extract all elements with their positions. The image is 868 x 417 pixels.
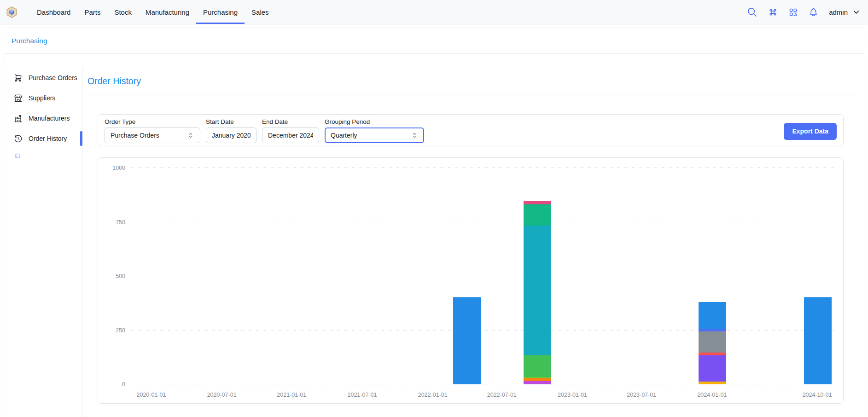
history-icon xyxy=(14,134,23,143)
chevron-down-icon xyxy=(852,8,861,17)
x-axis-tick-label: 2021-07-01 xyxy=(348,392,377,398)
x-axis-tick-label: 2023-07-01 xyxy=(627,392,656,398)
search-icon[interactable] xyxy=(747,7,757,17)
x-axis-tick-label: 2022-07-01 xyxy=(487,392,517,398)
y-axis-tick-label: 500 xyxy=(116,273,125,279)
bar-segment[interactable] xyxy=(699,302,726,329)
main-nav-tabs: DashboardPartsStockManufacturingPurchasi… xyxy=(30,0,276,24)
sidebar-item-label: Order History xyxy=(29,135,67,142)
stacked-bar-2022-08-01[interactable] xyxy=(524,201,551,384)
end-date-input[interactable] xyxy=(262,127,319,143)
x-axis-tick-label: 2022-01-01 xyxy=(418,392,448,398)
grouping-period-value: Quarterly xyxy=(331,132,357,139)
x-axis-tick-label: 2020-07-01 xyxy=(207,392,237,398)
bar-segment[interactable] xyxy=(699,355,726,382)
export-data-button[interactable]: Export Data xyxy=(784,123,837,140)
page-title: Order History xyxy=(87,76,141,87)
bar-segment[interactable] xyxy=(699,331,726,353)
x-axis-tick-label: 2020-01-01 xyxy=(136,392,166,398)
bar-segment[interactable] xyxy=(699,382,726,384)
factory-icon xyxy=(14,114,23,123)
building-store-icon xyxy=(14,94,23,103)
start-date-field: Start Date xyxy=(206,118,256,143)
x-axis-tick-label: 2021-01-01 xyxy=(277,392,306,398)
breadcrumb-purchasing[interactable]: Purchasing xyxy=(12,37,47,45)
sidebar-item-label: Manufacturers xyxy=(29,115,70,122)
x-axis-tick-label: 2024-10-01 xyxy=(803,392,832,398)
stacked-bar-2024-01-01[interactable] xyxy=(699,302,726,384)
tab-parts[interactable]: Parts xyxy=(77,0,107,24)
plot-area: 025050075010002020-01-012020-07-012021-0… xyxy=(131,168,836,384)
sidebar-item-manufacturers[interactable]: Manufacturers xyxy=(4,110,82,127)
tab-stock[interactable]: Stock xyxy=(107,0,139,24)
gridline-750 xyxy=(131,222,836,222)
gridline-1000 xyxy=(131,168,836,168)
shopping-cart-icon xyxy=(14,74,23,82)
y-axis-tick-label: 1000 xyxy=(112,165,125,171)
navbar-actions: admin xyxy=(747,7,861,17)
y-axis-tick-label: 0 xyxy=(122,381,125,388)
sidebar-items: Purchase OrdersSuppliersManufacturersOrd… xyxy=(4,69,82,147)
title-divider xyxy=(87,94,856,94)
sidebar-item-suppliers[interactable]: Suppliers xyxy=(4,89,82,107)
start-date-input[interactable] xyxy=(206,127,256,143)
order-history-chart: 025050075010002020-01-012020-07-012021-0… xyxy=(98,157,844,404)
bar-segment[interactable] xyxy=(524,204,551,225)
qrcode-icon[interactable] xyxy=(788,7,798,17)
order-type-select[interactable]: Purchase Orders xyxy=(105,127,200,143)
bar-segment[interactable] xyxy=(524,355,551,377)
bar-segment[interactable] xyxy=(524,226,551,355)
gridline-0 xyxy=(131,384,836,384)
sidebar-divider xyxy=(82,67,82,417)
end-date-field: End Date xyxy=(262,118,319,143)
command-icon[interactable] xyxy=(768,7,778,17)
gridline-250 xyxy=(131,330,836,330)
grouping-period-field: Grouping Period Quarterly xyxy=(325,118,424,143)
x-axis-tick-label: 2023-01-01 xyxy=(558,392,587,398)
tab-purchasing[interactable]: Purchasing xyxy=(196,0,245,24)
start-date-label: Start Date xyxy=(206,118,256,126)
tab-manufacturing[interactable]: Manufacturing xyxy=(139,0,196,24)
tab-dashboard[interactable]: Dashboard xyxy=(30,0,77,24)
grouping-period-label: Grouping Period xyxy=(325,118,424,126)
bar-segment[interactable] xyxy=(453,297,481,384)
x-axis-tick-label: 2024-01-01 xyxy=(697,392,727,398)
app-logo-icon[interactable] xyxy=(6,6,18,18)
tab-sales[interactable]: Sales xyxy=(245,0,276,24)
collapse-sidebar-icon[interactable] xyxy=(4,153,82,159)
sidebar-item-label: Suppliers xyxy=(29,94,55,102)
gridline-500 xyxy=(131,276,836,276)
y-axis-tick-label: 750 xyxy=(116,219,125,226)
sidebar-item-purchase-orders[interactable]: Purchase Orders xyxy=(4,69,82,87)
bar-segment[interactable] xyxy=(524,381,551,384)
grouping-period-select[interactable]: Quarterly xyxy=(325,127,424,143)
bell-icon[interactable] xyxy=(809,7,818,17)
end-date-label: End Date xyxy=(262,118,319,126)
stacked-bar-2024-10-01[interactable] xyxy=(804,297,832,384)
order-type-value: Purchase Orders xyxy=(111,132,159,139)
bar-segment[interactable] xyxy=(804,297,832,384)
username: admin xyxy=(829,8,848,16)
sidebar: Purchase OrdersSuppliersManufacturersOrd… xyxy=(4,69,82,159)
order-type-field: Order Type Purchase Orders xyxy=(105,118,200,143)
user-menu[interactable]: admin xyxy=(829,8,861,17)
stacked-bar-2022-04-01[interactable] xyxy=(453,297,481,384)
filter-panel: Order Type Purchase Orders Start Date En… xyxy=(98,114,844,146)
breadcrumb: Purchasing xyxy=(4,28,864,54)
top-navbar: DashboardPartsStockManufacturingPurchasi… xyxy=(0,0,868,24)
selector-icon xyxy=(411,132,418,139)
y-axis-tick-label: 250 xyxy=(116,327,125,334)
bar-segment[interactable] xyxy=(524,201,551,204)
sidebar-item-order-history[interactable]: Order History xyxy=(4,130,82,147)
order-type-label: Order Type xyxy=(105,118,200,126)
sidebar-item-label: Purchase Orders xyxy=(29,74,77,81)
selector-icon xyxy=(187,132,194,139)
